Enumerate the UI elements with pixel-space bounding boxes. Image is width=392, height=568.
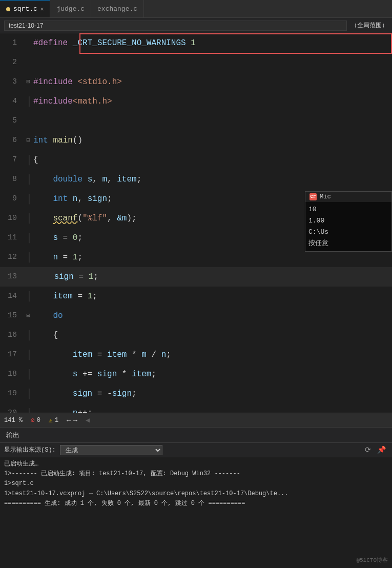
line-num-2: 2 [0, 53, 23, 72]
tab-bar: sqrt.c ✕ judge.c exchange.c [0, 0, 392, 18]
terminal-icon: C# [310, 193, 317, 200]
error-icon: ⊘ [31, 416, 35, 424]
fold-3: ⊟ [23, 72, 33, 92]
modified-dot [6, 7, 10, 11]
terminal-line-2: 1.00 [308, 215, 388, 227]
fold-11: │ [23, 228, 33, 248]
warning-count: 1 [55, 417, 58, 424]
line-num-17: 17 [0, 345, 23, 364]
line-num-6: 6 [0, 131, 23, 150]
code-content-1: #define _CRT_SECURE_NO_WARNINGS 1 [33, 33, 392, 53]
tab-exchange[interactable]: exchange.c [91, 0, 144, 17]
code-content-3: #include <stdio.h> [33, 72, 392, 92]
output-line-5: ========== 生成: 成功 1 个, 失败 0 个, 最新 0 个, 跳… [4, 499, 388, 509]
fold-8: │ [23, 170, 33, 189]
fold-12: │ [23, 248, 33, 267]
code-content-13: sign = 1; [34, 267, 392, 287]
warning-badge: ⚠ 1 [49, 416, 58, 424]
code-line-17: 17 │ item = item * m / n; [0, 345, 392, 364]
line-num-13: 13 [0, 267, 23, 287]
output-content: 已启动生成… 1>------- 已启动生成: 项目: test21-10-17… [0, 457, 392, 568]
terminal-popup-title: Mic [320, 193, 331, 200]
fold-7: │ [23, 150, 33, 170]
code-content-19: sign = -sign; [33, 384, 392, 403]
code-content-6: int main() [33, 131, 392, 150]
editor-window: sqrt.c ✕ judge.c exchange.c （全局范围） 1 #de… [0, 0, 392, 568]
code-line-7: 7 │ { [0, 150, 392, 170]
code-content-20: n++; [33, 403, 392, 413]
tab-sqrt-label: sqrt.c [13, 5, 37, 13]
zoom-level: 141 % [4, 417, 23, 424]
line-num-18: 18 [0, 364, 23, 384]
code-line-1: 1 #define _CRT_SECURE_NO_WARNINGS 1 [0, 33, 392, 53]
fold-4: │ [23, 92, 33, 111]
code-line-15: 15 ⊟ do [0, 306, 392, 326]
output-panel: 输出 显示输出来源(S): 生成 ⟳ 📌 已启动生成… 1>------- 已启… [0, 427, 392, 568]
code-line-5: 5 [0, 111, 392, 131]
status-bar: 141 % ⊘ 0 ⚠ 1 ← → ◀ [0, 413, 392, 427]
line-num-1: 1 [0, 33, 23, 53]
tab-sqrt[interactable]: sqrt.c ✕ [0, 0, 50, 17]
scope-name-input[interactable] [4, 21, 347, 31]
terminal-popup-content: 10 1.00 C:\Us 按任意 [305, 202, 391, 251]
code-line-13: 13 sign = 1; [0, 267, 392, 287]
line-num-19: 19 [0, 384, 23, 403]
code-line-4: 4 │ #include<math.h> [0, 92, 392, 111]
code-line-19: 19 │ sign = -sign; [0, 384, 392, 403]
nav-back-arrow[interactable]: ← [67, 416, 71, 424]
line-num-8: 8 [0, 170, 23, 189]
code-line-16: 16 │ { [0, 326, 392, 345]
code-line-6: 6 ⊟ int main() [0, 131, 392, 150]
code-editor[interactable]: 1 #define _CRT_SECURE_NO_WARNINGS 1 2 3 … [0, 33, 392, 413]
code-line-20: 20 │ n++; [0, 403, 392, 413]
close-tab-sqrt[interactable]: ✕ [40, 6, 44, 12]
scope-range: （全局范围） [351, 21, 388, 30]
code-content-8: double s, m, item; [33, 170, 392, 189]
output-line-4: 1>test21-10-17.vcxproj → C:\Users\S2522\… [4, 489, 388, 499]
output-line-1: 已启动生成… [4, 459, 388, 469]
fold-16: │ [23, 326, 33, 345]
line-num-20: 20 [0, 403, 23, 413]
scope-bar: （全局范围） [0, 18, 392, 33]
fold-10: │ [23, 209, 33, 228]
tab-exchange-label: exchange.c [97, 5, 137, 13]
code-content-15: do [33, 306, 392, 326]
output-source-select[interactable]: 生成 [60, 445, 162, 455]
line-num-5: 5 [0, 111, 23, 131]
error-badge: ⊘ 0 [31, 416, 40, 424]
code-line-14: 14 │ item = 1; [0, 287, 392, 306]
line-num-9: 9 [0, 189, 23, 209]
watermark: @51CTO博客 [356, 556, 388, 564]
line-num-11: 11 [0, 228, 23, 248]
fold-14: │ [23, 287, 33, 306]
line-num-3: 3 [0, 72, 23, 92]
terminal-line-1: 10 [308, 204, 388, 215]
scroll-right-arrow[interactable]: ◀ [86, 416, 90, 424]
code-content-7: { [33, 150, 392, 170]
warning-icon: ⚠ [49, 416, 53, 424]
line-num-14: 14 [0, 287, 23, 306]
code-content-17: item = item * m / n; [33, 345, 392, 364]
error-count: 0 [37, 417, 40, 424]
line-num-12: 12 [0, 248, 23, 267]
nav-arrows: ← → [67, 416, 77, 424]
fold-6: ⊟ [23, 131, 33, 150]
output-source-label: 显示输出来源(S): [4, 445, 56, 454]
output-line-3: 1>sqrt.c [4, 479, 388, 489]
fold-15: ⊟ [23, 306, 33, 326]
output-title: 输出 [6, 431, 19, 440]
output-pin-btn[interactable]: 📌 [375, 444, 388, 455]
fold-17: │ [23, 345, 33, 364]
nav-forward-arrow[interactable]: → [73, 416, 77, 424]
terminal-popup-header: C# Mic [305, 192, 391, 202]
output-line-2: 1>------- 已启动生成: 项目: test21-10-17, 配置: D… [4, 469, 388, 479]
output-source-bar: 显示输出来源(S): 生成 ⟳ 📌 [0, 443, 392, 457]
line-num-7: 7 [0, 150, 23, 170]
tab-judge[interactable]: judge.c [50, 0, 91, 17]
line-num-15: 15 [0, 306, 23, 326]
code-content-16: { [33, 326, 392, 345]
code-line-3: 3 ⊟ #include <stdio.h> [0, 72, 392, 92]
fold-19: │ [23, 384, 33, 403]
code-line-8: 8 │ double s, m, item; [0, 170, 392, 189]
output-clear-btn[interactable]: ⟳ [363, 444, 373, 455]
